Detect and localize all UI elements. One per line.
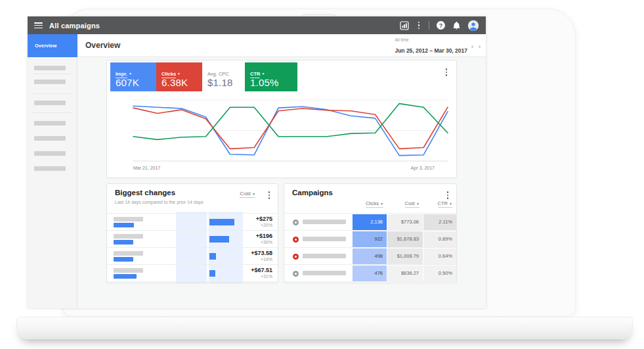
clicks-cell: 922	[353, 231, 387, 247]
metric-value: $1.18	[207, 77, 233, 88]
card-subtitle: Last 14 days compared to the prior 14 da…	[115, 200, 204, 204]
selector-label: Cost	[240, 191, 250, 197]
campaign-subtext-placeholder	[114, 274, 137, 279]
card-title: Biggest changes	[115, 189, 175, 197]
topbar-actions: ?	[400, 20, 479, 31]
page-title: Overview	[85, 41, 120, 50]
cost-cell: $1,678.83	[387, 231, 423, 247]
ctr-cell: 0.50%	[423, 266, 456, 281]
clicks-cell: 498	[353, 248, 387, 264]
sidebar-item-overview[interactable]: Overview	[28, 34, 77, 57]
campaign-name-placeholder	[303, 237, 346, 241]
column-header-ctr[interactable]: CTR ▼	[438, 200, 452, 208]
biggest-changes-kebab-menu-icon[interactable]	[266, 190, 273, 200]
change-percent: +14%	[261, 257, 272, 262]
campaign-name-placeholder	[114, 217, 143, 221]
dropdown-arrow-icon: ▼	[261, 72, 265, 76]
notifications-bell-icon[interactable]	[452, 21, 461, 30]
x-axis-end-label: Apr 3, 2017	[411, 166, 435, 170]
column-header-cost[interactable]: Cost ▼	[405, 200, 419, 208]
clicks-cell: 476	[353, 266, 387, 281]
campaign-name-placeholder	[114, 251, 143, 256]
change-value: +$196	[256, 233, 272, 239]
campaign-name-placeholder	[114, 268, 143, 273]
sidebar-divider	[33, 74, 72, 74]
metric-chip-impressions[interactable]: Impr.▼ 607K	[110, 62, 156, 91]
table-row[interactable]: 2,136 $773.06 2.11%	[284, 213, 456, 230]
table-row-clipped	[107, 281, 278, 283]
metric-chip-avg-cpc: Avg. CPC $1.18	[202, 62, 245, 91]
sidebar-divider	[33, 93, 72, 94]
change-percent: +39%	[261, 240, 272, 244]
change-percent: +20%	[261, 223, 272, 227]
chart-kebab-menu-icon[interactable]	[443, 67, 450, 78]
biggest-changes-card: Biggest changes Last 14 days compared to…	[107, 184, 278, 283]
campaign-subtext-placeholder	[114, 257, 133, 262]
table-row[interactable]: 498 $1,008.79 0.64%	[284, 247, 456, 264]
reports-chart-icon[interactable]	[400, 21, 409, 30]
x-axis-start-label: Mar 21, 2017	[133, 166, 160, 170]
table-row[interactable]: +$275 +20%	[107, 213, 278, 230]
status-paused-icon	[293, 271, 299, 277]
sidebar-placeholder-item	[34, 121, 66, 126]
table-row[interactable]: 922 $1,678.83 0.89%	[284, 230, 456, 247]
cost-cell: $636.27	[387, 266, 423, 281]
metric-value: 6.38K	[161, 77, 188, 88]
dropdown-arrow-icon: ▼	[416, 202, 419, 206]
status-removed-icon	[293, 237, 299, 243]
topbar-kebab-menu-icon[interactable]	[416, 21, 422, 30]
metric-chips: Impr.▼ 607K Clicks▼ 6.38K Avg. CPC $1.18…	[110, 62, 297, 91]
sidebar-placeholder-item	[34, 136, 66, 141]
status-paused-icon	[293, 220, 299, 225]
hamburger-menu-icon[interactable]	[34, 22, 43, 28]
trend-line-chart	[131, 97, 450, 166]
date-prev-chevron-icon[interactable]: ‹	[471, 43, 473, 50]
campaign-subtext-placeholder	[114, 223, 134, 227]
sidebar-divider	[33, 112, 72, 113]
campaign-name-placeholder	[114, 234, 143, 239]
ctr-cell: 0.64%	[423, 248, 456, 264]
cost-cell: $773.06	[387, 214, 423, 230]
column-label: CTR	[438, 200, 448, 206]
change-percent: +31%	[261, 274, 272, 279]
table-row[interactable]: 476 $636.27 0.50%	[284, 264, 456, 281]
main-content: Overview All time Jun 25, 2012 – Mar 30,…	[77, 34, 486, 308]
metric-value: 1.05%	[250, 77, 279, 88]
table-row[interactable]: +$196 +39%	[107, 230, 278, 247]
campaigns-table: 2,136 $773.06 2.11% 922 $1,678.83 0.89%	[284, 212, 456, 283]
page-header: Overview All time Jun 25, 2012 – Mar 30,…	[77, 34, 486, 57]
user-avatar[interactable]	[468, 20, 479, 31]
date-next-chevron-icon[interactable]: ›	[479, 43, 481, 50]
campaigns-kebab-menu-icon[interactable]	[444, 190, 452, 200]
laptop-base	[16, 317, 633, 339]
change-value: +$275	[256, 216, 272, 222]
change-value: +$67.51	[251, 267, 272, 273]
cost-metric-selector[interactable]: Cost ▼	[240, 191, 255, 198]
date-range-picker[interactable]: All time Jun 25, 2012 – Mar 30, 2017	[395, 37, 467, 55]
app-window: All campaigns ?	[28, 16, 486, 308]
table-row[interactable]: +$67.51 +31%	[107, 264, 278, 281]
help-icon[interactable]: ?	[437, 21, 445, 30]
topbar-divider	[429, 21, 429, 30]
campaign-name-placeholder	[303, 271, 346, 275]
campaigns-card: Campaigns Clicks ▼ Cost ▼ CTR ▼ 2,136 $7…	[284, 184, 456, 283]
person-icon	[468, 20, 479, 31]
campaign-name-placeholder	[303, 220, 346, 224]
dropdown-arrow-icon: ▼	[129, 72, 132, 76]
laptop-mockup: All campaigns ?	[0, 0, 644, 349]
metric-chip-clicks[interactable]: Clicks▼ 6.38K	[156, 62, 202, 91]
metric-label: Avg. CPC	[207, 71, 229, 77]
sidebar-placeholder-item	[34, 66, 66, 70]
ctr-cell: 2.11%	[423, 214, 456, 230]
change-bar	[209, 235, 230, 243]
status-removed-icon	[293, 254, 299, 260]
metric-chip-ctr[interactable]: CTR▼ 1.05%	[245, 62, 297, 91]
change-bar	[209, 252, 217, 260]
date-range-label: All time	[395, 37, 467, 42]
table-row-clipped	[284, 281, 456, 283]
table-row[interactable]: +$73.58 +14%	[107, 247, 278, 264]
cost-cell: $1,008.79	[387, 248, 423, 264]
column-header-clicks[interactable]: Clicks ▼	[366, 200, 383, 208]
clicks-cell: 2,136	[353, 214, 387, 230]
change-value: +$73.58	[251, 250, 272, 256]
